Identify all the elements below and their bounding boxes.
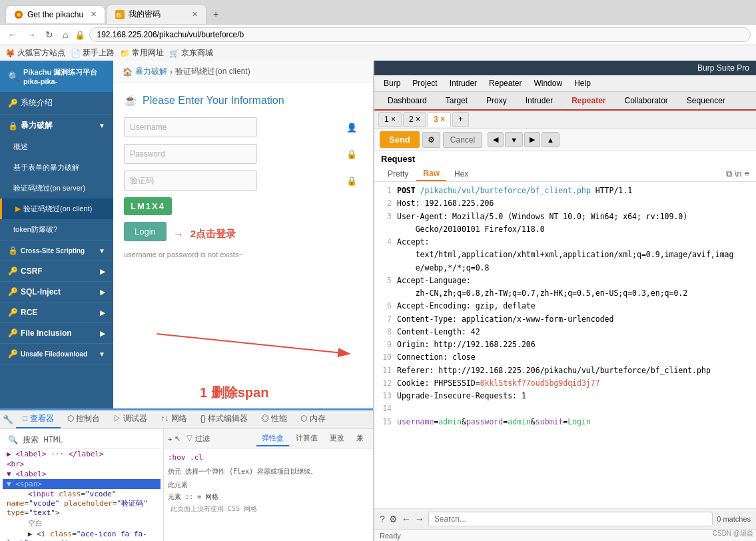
search-input[interactable] <box>428 512 713 526</box>
new-tab-button[interactable]: + <box>208 6 224 22</box>
form-title: ☕ Please Enter Your Information <box>124 94 362 107</box>
login-button[interactable]: Login <box>124 222 167 241</box>
devtools-tab-style[interactable]: {} 样式编辑器 <box>194 410 254 428</box>
help-icon[interactable]: ? <box>380 514 385 524</box>
prev-button[interactable]: ◀ <box>488 132 504 147</box>
password-input[interactable] <box>124 144 257 164</box>
sidebar-item-token[interactable]: token防爆破? <box>0 219 113 240</box>
bookmark-common[interactable]: 📁 常用网址 <box>120 47 164 59</box>
sidebar-item-captcha-client[interactable]: ▶ 验证码绕过(on client) <box>0 199 113 219</box>
burp-tab-collaborator[interactable]: Collaborator <box>615 92 677 111</box>
sidebar-cat-rce[interactable]: 🔑 RCE ▶ <box>0 302 113 322</box>
styles-tab-computed[interactable]: 计算值 <box>290 431 323 446</box>
back-button[interactable]: ← <box>5 28 20 41</box>
sidebar-cat-csrf[interactable]: 🔑 CSRF ▶ <box>0 261 113 281</box>
up-button[interactable]: ▲ <box>542 132 560 147</box>
req-tab-hex[interactable]: Hex <box>448 167 475 181</box>
devtools-tab-console[interactable]: ⬡ 控制台 <box>61 410 107 428</box>
tab-close-password[interactable]: ✕ <box>192 10 198 19</box>
password-icon: 🔒 <box>346 149 357 159</box>
styles-tab-changes[interactable]: 更改 <box>324 431 350 446</box>
styles-tab-compat[interactable]: 兼 <box>351 431 369 446</box>
req-line-3: 3 User-Agent: Mozilla/5.0 (Windows NT 10… <box>374 211 756 223</box>
burp-menu-help[interactable]: Help <box>569 77 596 90</box>
sidebar-cat-xss[interactable]: 🔒 Cross-Site Scripting ▼ <box>0 241 113 261</box>
burp-tab-intruder[interactable]: Intruder <box>516 92 562 111</box>
send-button[interactable]: Send <box>380 131 420 148</box>
burp-tab-target[interactable]: Target <box>436 92 477 111</box>
repeater-tab-2[interactable]: 2 × <box>403 112 426 127</box>
burp-menu-intruder[interactable]: Intruder <box>444 77 482 90</box>
fileinc-icon: 🔑 <box>8 328 18 338</box>
repeater-tab-new[interactable]: + <box>452 112 469 127</box>
pointer-icon[interactable]: ↖ <box>175 434 181 443</box>
sidebar-cat-fileinc[interactable]: 🔑 File Inclusion ▶ <box>0 323 113 343</box>
sidebar-cat-sql[interactable]: 🔑 SQL-Inject ▶ <box>0 282 113 302</box>
styles-tab-layout[interactable]: 弹性盒 <box>256 431 289 446</box>
repeater-tab-1[interactable]: 1 × <box>378 112 402 127</box>
tab-get-pikachu[interactable]: Get the pikachu ✕ <box>5 5 105 23</box>
burp-tab-dashboard[interactable]: Dashboard <box>378 92 436 111</box>
forward-history-icon[interactable]: → <box>415 514 424 524</box>
lock-icon: 🔒 <box>8 121 18 131</box>
forward-button[interactable]: → <box>24 28 39 41</box>
wrap-icon[interactable]: \n <box>735 169 742 179</box>
burp-tab-icon: B <box>115 10 125 19</box>
menu-icon[interactable]: ≡ <box>744 169 749 179</box>
burp-menu-repeater[interactable]: Repeater <box>484 77 527 90</box>
devtools-tab-inspector[interactable]: □ 查看器 <box>16 410 61 428</box>
bookmark-firefox[interactable]: 🦊 火狐官方站点 <box>5 47 65 59</box>
request-body[interactable]: 1 POST /pikachu/vul/burteforce/bf_client… <box>374 182 756 508</box>
burp-tab-sequencer[interactable]: Sequencer <box>677 92 735 111</box>
req-tab-pretty[interactable]: Pretty <box>381 167 415 181</box>
plus-icon[interactable]: + <box>168 435 172 443</box>
tab-password[interactable]: B 我的密码 ✕ <box>107 4 206 24</box>
burp-menu-window[interactable]: Window <box>528 77 567 90</box>
sql-arrow-icon: ▶ <box>100 288 105 296</box>
tab-close-pikachu[interactable]: ✕ <box>91 10 97 19</box>
sidebar-item-overview[interactable]: 概述 <box>0 137 113 157</box>
back-history-icon[interactable]: ← <box>402 514 411 524</box>
search-icon: 🔍 <box>8 435 18 444</box>
captcha-input[interactable] <box>124 171 257 191</box>
settings-icon[interactable]: ⚙ <box>389 514 398 524</box>
req-tab-raw[interactable]: Raw <box>416 167 446 181</box>
sidebar-cat-filedown[interactable]: 🔑 Unsafe Filedownload ▼ <box>0 344 113 364</box>
html-line-7[interactable]: ▶ <i class="ace-icon fa fa-lock"> ··· </… <box>3 529 161 541</box>
next-button[interactable]: ▶ <box>524 132 540 147</box>
repeater-tab-3[interactable]: 3 × <box>428 112 451 127</box>
breadcrumb-link-bruteforce[interactable]: 暴力破解 <box>135 66 167 77</box>
cancel-button[interactable]: Cancel <box>443 132 482 148</box>
burp-menu-project[interactable]: Project <box>407 77 442 90</box>
burp-tab-proxy[interactable]: Proxy <box>477 92 516 111</box>
html-line-2[interactable]: <br> <box>3 459 161 469</box>
html-line-3[interactable]: ▼ <label> <box>3 469 161 479</box>
req-line-1: 1 POST /pikachu/vul/burteforce/bf_client… <box>374 185 756 197</box>
html-line-6[interactable]: 空白 <box>3 518 161 529</box>
html-line-1[interactable]: ▶ <label> ··· </label> <box>3 449 161 459</box>
home-button[interactable]: ⌂ <box>60 28 71 41</box>
sidebar-cat-bruteforce[interactable]: 🔒 暴力破解 ▼ <box>0 115 113 137</box>
down-button[interactable]: ▼ <box>505 132 523 147</box>
reload-button[interactable]: ↻ <box>43 28 56 41</box>
devtools-tab-perf[interactable]: ◎ 性能 <box>254 410 294 428</box>
burp-tab-repeater[interactable]: Repeater <box>562 92 615 111</box>
username-input[interactable] <box>124 117 257 137</box>
sidebar-item-intro[interactable]: 🔑 系统介绍 <box>0 92 113 114</box>
html-line-4-selected[interactable]: ▼ <span> <box>3 479 161 489</box>
address-input[interactable] <box>89 27 751 42</box>
req-line-10: 10 Connection: close <box>374 351 756 364</box>
gear-button[interactable]: ⚙ <box>422 132 440 148</box>
devtools-tab-network[interactable]: ↑↓ 网络 <box>154 410 193 428</box>
sidebar-item-captcha-server[interactable]: 验证码绕过(on server) <box>0 178 113 199</box>
devtools-tab-debugger[interactable]: ▷ 调试器 <box>107 410 154 428</box>
bookmark-newbie[interactable]: 📄 新手上路 <box>71 47 115 59</box>
devtools-tab-memory[interactable]: ⬡ 内存 <box>294 410 332 428</box>
html-line-5[interactable]: <input class="vcode" name="vcode" placeh… <box>3 489 161 518</box>
burp-menu-burp[interactable]: Burp <box>378 77 406 90</box>
sidebar-item-form-bruteforce[interactable]: 基于表单的暴力破解 <box>0 157 113 178</box>
copy-icon[interactable]: ⧉ <box>726 169 732 179</box>
bookmark-jd[interactable]: 🛒 京东商城 <box>169 47 213 59</box>
html-panel: 🔍 搜索 HTML ▶ <label> ··· </label> <br> ▼ … <box>0 429 163 541</box>
active-indicator: ▶ <box>15 205 21 213</box>
